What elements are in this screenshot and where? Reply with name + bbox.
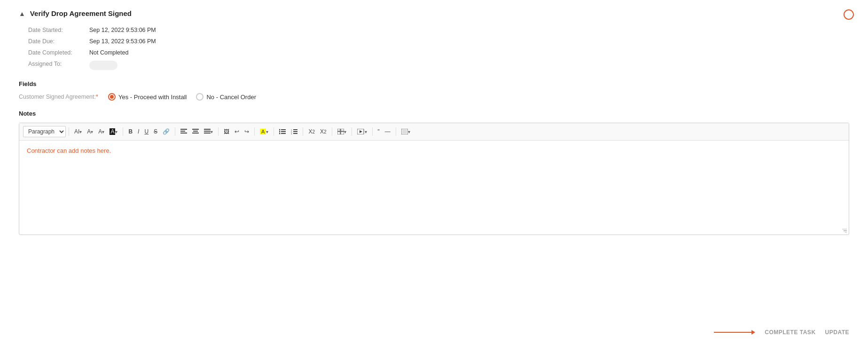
ai-button[interactable]: AI ▾	[72, 127, 84, 136]
radio-no-label: No - Cancel Order	[206, 94, 256, 101]
svg-rect-20	[293, 133, 297, 134]
align-left-button[interactable]	[178, 127, 189, 136]
italic-button[interactable]: I	[135, 127, 141, 136]
assigned-to-label: Assigned To:	[28, 61, 89, 70]
sep9	[352, 127, 352, 136]
ai-group: AI ▾ A ▾ A ▾ A ▾	[72, 127, 120, 136]
text-color-group: A ▾	[258, 127, 271, 136]
sep5	[254, 127, 255, 136]
svg-point-9	[279, 129, 281, 131]
bold-button[interactable]: B	[126, 127, 135, 136]
svg-rect-24	[341, 132, 344, 134]
arrow-line	[714, 332, 751, 333]
assigned-avatar	[89, 61, 117, 70]
sep3	[175, 127, 175, 136]
underline-button[interactable]: U	[142, 127, 151, 136]
svg-rect-5	[192, 133, 199, 133]
link-button[interactable]: 🔗	[160, 127, 172, 136]
page-title: Verify Drop Agreement Signed	[30, 9, 132, 17]
align-center-button[interactable]	[190, 127, 201, 136]
sep10	[372, 127, 373, 136]
numbered-list-button[interactable]: 1. 2. 3.	[289, 127, 300, 136]
highlight-color-button[interactable]: A ▾	[107, 127, 120, 136]
font-size-button[interactable]: A ▾	[85, 127, 95, 136]
sep1	[69, 127, 69, 136]
format-group: B I U S 🔗	[126, 127, 172, 136]
notes-section: Notes Paragraph AI ▾ A ▾ A ▾ A ▾	[19, 110, 849, 235]
paragraph-group: Paragraph	[23, 126, 66, 137]
svg-rect-18	[293, 131, 297, 132]
strikethrough-button[interactable]: S	[151, 127, 160, 136]
fields-section-title: Fields	[19, 80, 849, 87]
svg-text:3.: 3.	[291, 133, 292, 134]
editor-content[interactable]: Contractor can add notes here.	[27, 146, 841, 156]
title-row: ▲ Verify Drop Agreement Signed	[19, 9, 849, 17]
svg-rect-3	[192, 129, 199, 130]
footer: COMPLETE TASK UPDATE	[714, 329, 849, 336]
embed-button[interactable]: ▾	[399, 127, 413, 136]
script-group: X2 X2	[306, 127, 328, 136]
svg-rect-14	[281, 133, 286, 134]
radio-yes-label: Yes - Proceed with Install	[118, 94, 187, 101]
svg-rect-2	[180, 133, 187, 133]
complete-task-button[interactable]: COMPLETE TASK	[765, 329, 815, 336]
update-button[interactable]: UPDATE	[825, 329, 849, 336]
hr-button[interactable]: —	[383, 127, 393, 136]
radio-no[interactable]: No - Cancel Order	[196, 93, 256, 101]
date-due-label: Date Due:	[28, 38, 89, 45]
table-group: ▾	[335, 127, 349, 136]
subscript-button[interactable]: X2	[306, 127, 317, 136]
svg-rect-10	[281, 129, 286, 130]
sep8	[332, 127, 332, 136]
superscript-button[interactable]: X2	[318, 127, 329, 136]
svg-rect-21	[337, 129, 340, 131]
embed-group: ▾	[399, 127, 413, 136]
svg-rect-23	[337, 132, 340, 134]
field-row: Customer Signed Agreement:* Yes - Procee…	[19, 93, 849, 101]
info-grid: Date Started: Sep 12, 2022 9:53:06 PM Da…	[28, 27, 849, 70]
sep4	[218, 127, 219, 136]
collapse-icon[interactable]: ▲	[19, 10, 25, 17]
blockquote-button[interactable]: "	[375, 127, 382, 136]
notes-section-title: Notes	[19, 110, 849, 117]
redo-button[interactable]: ↪	[242, 127, 251, 136]
editor-resize-handle[interactable]	[841, 227, 847, 233]
svg-point-13	[279, 133, 281, 134]
required-marker: *	[96, 94, 98, 100]
date-completed-label: Date Completed:	[28, 49, 89, 56]
bullet-list-button[interactable]	[277, 127, 288, 136]
editor-toolbar: Paragraph AI ▾ A ▾ A ▾ A ▾ B I U S 🔗	[19, 123, 849, 141]
video-group: ▾	[355, 127, 369, 136]
date-completed-value: Not Completed	[89, 49, 849, 56]
editor-container: Paragraph AI ▾ A ▾ A ▾ A ▾ B I U S 🔗	[19, 123, 849, 235]
media-group: 🖼 ↩ ↪	[221, 127, 251, 136]
sep7	[303, 127, 303, 136]
fields-section: Fields Customer Signed Agreement:* Yes -…	[19, 80, 849, 101]
quote-group: " —	[375, 127, 393, 136]
svg-rect-4	[193, 131, 198, 132]
font-color-button[interactable]: A ▾	[96, 127, 107, 136]
radio-yes[interactable]: Yes - Proceed with Install	[108, 93, 187, 101]
table-button[interactable]: ▾	[335, 127, 349, 136]
date-started-value: Sep 12, 2022 9:53:06 PM	[89, 27, 849, 33]
svg-rect-22	[341, 129, 344, 131]
align-group: ▾	[178, 127, 215, 136]
status-circle	[844, 9, 854, 20]
svg-rect-16	[293, 129, 297, 130]
paragraph-select[interactable]: Paragraph	[23, 126, 66, 137]
undo-button[interactable]: ↩	[232, 127, 242, 136]
svg-rect-1	[180, 131, 185, 132]
image-button[interactable]: 🖼	[221, 127, 232, 136]
arrow-icon	[714, 330, 755, 335]
align-dropdown-button[interactable]: ▾	[202, 127, 215, 136]
svg-rect-8	[204, 133, 211, 133]
customer-signed-label: Customer Signed Agreement:*	[19, 94, 99, 100]
text-highlight-button[interactable]: A ▾	[258, 127, 271, 136]
radio-yes-button[interactable]	[108, 93, 116, 101]
radio-no-button[interactable]	[196, 93, 203, 101]
svg-rect-0	[180, 129, 187, 130]
date-due-value: Sep 13, 2022 9:53:06 PM	[89, 38, 849, 45]
media-embed-button[interactable]: ▾	[355, 127, 369, 136]
svg-rect-12	[281, 131, 286, 132]
editor-body[interactable]: Contractor can add notes here.	[19, 141, 849, 235]
